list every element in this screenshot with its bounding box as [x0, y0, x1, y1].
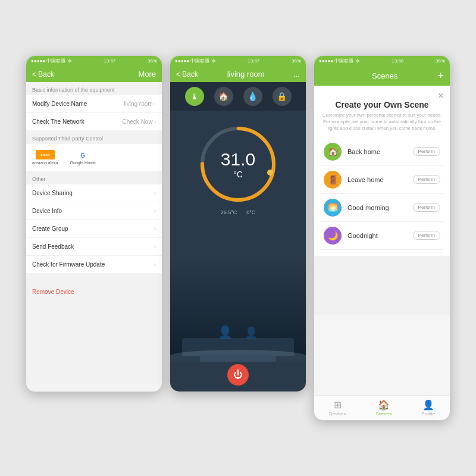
basic-settings-group: Modify Device Name living room › Check T… [26, 95, 162, 130]
create-group-row[interactable]: Create Group › [26, 220, 162, 238]
remove-device-button[interactable]: Remove Device [32, 289, 74, 295]
dial-svg [196, 123, 280, 206]
modify-name-value: living room › [124, 101, 156, 107]
bottom-nav: ⊞ Devices 🏠 Scenes 👤 Profile [314, 395, 450, 420]
perform-button-goodnight[interactable]: Perform [413, 231, 440, 240]
person-icon: 👤 [218, 325, 233, 339]
modify-name-row[interactable]: Modify Device Name living room › [26, 95, 162, 113]
time-1: 13:57 [104, 58, 115, 64]
modify-name-label: Modify Device Name [32, 101, 87, 107]
time-2: 13:57 [248, 58, 259, 64]
profile-label: Profile [421, 411, 435, 416]
scene-goodnight[interactable]: 🌙 Goodnight Perform [320, 222, 444, 250]
chevron-icon-3: › [154, 190, 156, 196]
nav-devices[interactable]: ⊞ Devices [329, 399, 346, 416]
send-feedback-row[interactable]: Send Feedback › [26, 238, 162, 256]
add-scene-button[interactable]: + [437, 70, 444, 82]
perform-button-back-home[interactable]: Perform [413, 147, 440, 156]
header-1: < Back More [26, 66, 162, 82]
scene-icon-good-morning: 🌅 [324, 199, 342, 217]
app-container: ●●●●● 中国联通 令 13:57 36% < Back More Basic… [14, 43, 462, 433]
footer-area: Remove Device [26, 274, 162, 298]
scene-leave-home[interactable]: 🚪 Leave home Perform [320, 166, 444, 194]
check-network-row[interactable]: Check The Network Check Now › [26, 113, 162, 130]
svg-point-2 [267, 170, 273, 176]
status-bar-1: ●●●●● 中国联通 令 13:57 36% [26, 56, 162, 66]
person-icon-2: 👤 [245, 326, 258, 339]
temp-icon-btn[interactable]: 🌡 [185, 87, 204, 106]
device-sharing-row[interactable]: Device Sharing › [26, 184, 162, 202]
nav-profile[interactable]: 👤 Profile [421, 399, 435, 416]
power-button[interactable]: ⏻ [227, 364, 249, 386]
room-title: living room [227, 70, 265, 79]
chevron-icon-2: › [154, 118, 156, 125]
dial-area: 31.0 °C 26.5°C 0°C [170, 111, 306, 221]
scene-name-back-home: Back home [347, 148, 413, 155]
scene-icon-back-home: 🏠 [324, 143, 342, 161]
devices-label: Devices [329, 411, 346, 416]
scene-good-morning[interactable]: 🌅 Good morning Perform [320, 194, 444, 222]
scene-name-goodnight: Goodnight [347, 232, 413, 239]
home-icon-btn[interactable]: 🏠 [214, 87, 233, 106]
room-bg: 👤 👤 [170, 255, 306, 362]
check-network-value: Check Now › [123, 118, 156, 125]
modal-title: Create your Own Scene [320, 100, 444, 109]
scenes-body: ✕ Create your Own Scene Customize your o… [314, 86, 450, 395]
modal-close-button[interactable]: ✕ [320, 92, 444, 100]
header-3: Scenes + [314, 66, 450, 86]
stat-outdoor: 0°C [246, 209, 255, 215]
back-button-1[interactable]: < Back [32, 70, 54, 79]
phone-settings: ●●●●● 中国联通 令 13:57 36% < Back More Basic… [26, 55, 162, 392]
scenes-label: Scenes [376, 411, 392, 416]
other-section-label: Other [26, 171, 162, 184]
header-2: < Back living room ... [170, 66, 306, 82]
scenes-title: Scenes [372, 71, 397, 80]
phone-scenes: ●●●●● 中国联通 令 13:58 36% Scenes + ✕ Create… [314, 55, 450, 421]
create-scene-modal: ✕ Create your Own Scene Customize your o… [314, 86, 450, 256]
lock-icon-btn[interactable]: 🔒 [273, 87, 292, 106]
third-party-label: Supported Third-party Control [26, 131, 162, 144]
google-home-logo: G Google Home [70, 150, 96, 165]
thermostat-body: 🌡 🏠 💧 🔒 31.0 ° [170, 82, 306, 392]
carrier-1: ●●●●● 中国联通 令 [31, 58, 72, 64]
nav-scenes[interactable]: 🏠 Scenes [376, 399, 392, 416]
chevron-icon-4: › [154, 208, 156, 214]
empty-area [314, 256, 450, 315]
carrier-2: ●●●●● 中国联通 令 [175, 58, 216, 64]
scene-back-home[interactable]: 🏠 Back home Perform [320, 138, 444, 166]
thermo-stats: 26.5°C 0°C [221, 209, 256, 215]
chevron-icon-6: › [154, 243, 156, 250]
temperature-dial[interactable]: 31.0 °C [196, 123, 280, 206]
carrier-3: ●●●●● 中国联通 令 [319, 58, 360, 64]
stat-indoor: 26.5°C [221, 209, 237, 215]
more-button-1[interactable]: More [138, 70, 156, 79]
scenes-icon: 🏠 [378, 399, 390, 411]
battery-2: 36% [292, 58, 301, 64]
chevron-icon-5: › [154, 226, 156, 232]
basic-section-label: Basic information of the equipment [26, 82, 162, 95]
more-button-2[interactable]: ... [293, 70, 300, 79]
third-party-group: alexa amazon alexa G Google Home [26, 144, 162, 171]
phone-thermostat: ●●●●● 中国联通 令 13:57 36% < Back living roo… [170, 55, 306, 392]
status-bar-3: ●●●●● 中国联通 令 13:58 36% [314, 56, 450, 66]
battery-3: 36% [436, 58, 445, 64]
scene-name-good-morning: Good morning [347, 204, 413, 211]
other-settings-group: Device Sharing › Device Info › Create Gr… [26, 184, 162, 273]
modal-description: Customize your own personal scenes to su… [320, 112, 444, 132]
device-info-row[interactable]: Device Info › [26, 202, 162, 220]
thermostat-controls: 🌡 🏠 💧 🔒 [170, 82, 306, 111]
scene-name-leave-home: Leave home [347, 176, 413, 183]
profile-icon: 👤 [422, 399, 434, 411]
humidity-icon-btn[interactable]: 💧 [243, 87, 262, 106]
perform-button-good-morning[interactable]: Perform [413, 203, 440, 212]
back-button-2[interactable]: < Back [176, 70, 198, 79]
status-bar-2: ●●●●● 中国联通 令 13:57 36% [170, 56, 306, 66]
chevron-icon-7: › [154, 261, 156, 268]
check-network-label: Check The Network [32, 118, 84, 125]
time-3: 13:58 [392, 58, 403, 64]
scene-icon-leave-home: 🚪 [324, 171, 342, 189]
firmware-update-row[interactable]: Check for Firmware Update › [26, 256, 162, 273]
amazon-logo: alexa amazon alexa [32, 150, 58, 165]
perform-button-leave-home[interactable]: Perform [413, 175, 440, 184]
chevron-icon: › [154, 101, 156, 107]
